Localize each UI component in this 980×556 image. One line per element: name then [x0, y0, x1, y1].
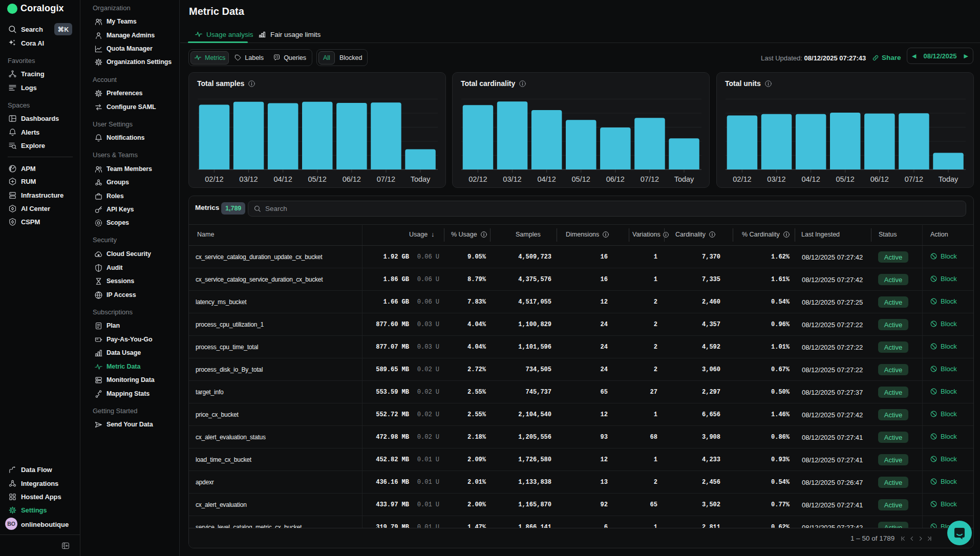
- svg-text:04/12: 04/12: [801, 175, 820, 183]
- svg-text:Today: Today: [674, 175, 694, 183]
- svg-text:06/12: 06/12: [606, 175, 625, 183]
- svg-text:04/12: 04/12: [273, 175, 292, 183]
- svg-text:Today: Today: [939, 175, 958, 183]
- svg-text:05/12: 05/12: [572, 175, 590, 183]
- svg-text:04/12: 04/12: [537, 175, 556, 183]
- svg-text:02/12: 02/12: [205, 175, 223, 183]
- svg-text:06/12: 06/12: [343, 175, 361, 183]
- svg-text:02/12: 02/12: [468, 175, 487, 183]
- svg-text:05/12: 05/12: [836, 175, 855, 183]
- svg-text:05/12: 05/12: [308, 175, 327, 183]
- svg-text:03/12: 03/12: [767, 175, 785, 183]
- svg-text:07/12: 07/12: [377, 175, 395, 183]
- svg-text:03/12: 03/12: [239, 175, 258, 183]
- svg-text:02/12: 02/12: [733, 175, 751, 183]
- svg-text:03/12: 03/12: [503, 175, 521, 183]
- svg-text:06/12: 06/12: [870, 175, 889, 183]
- svg-text:07/12: 07/12: [905, 175, 923, 183]
- svg-text:07/12: 07/12: [641, 175, 659, 183]
- svg-text:Today: Today: [411, 175, 431, 183]
